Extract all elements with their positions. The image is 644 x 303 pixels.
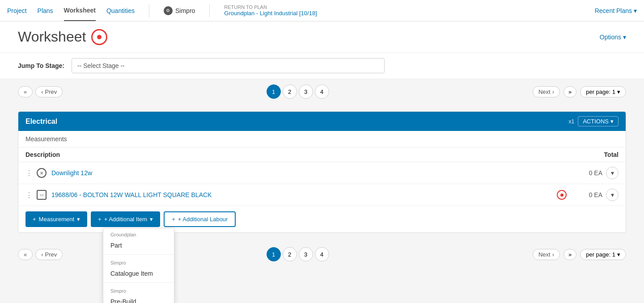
options-button[interactable]: Options ▾ bbox=[600, 34, 626, 41]
next-chevron-icon: › bbox=[552, 88, 554, 95]
additional-item-label: + Additional Item bbox=[104, 216, 147, 223]
bottom-per-page-chevron-icon: ▾ bbox=[617, 251, 620, 258]
additional-labour-button[interactable]: + + Additional Labour bbox=[164, 211, 236, 227]
return-to-plan[interactable]: RETURN TO PLAN Groundplan - Light Indust… bbox=[224, 4, 317, 17]
bottom-fast-rewind-button[interactable]: « bbox=[18, 249, 33, 260]
downlight-row-name[interactable]: Downlight 12w bbox=[51, 169, 567, 177]
drag-handle-icon[interactable]: ⋮ bbox=[25, 191, 33, 199]
record-icon bbox=[91, 29, 107, 45]
bottom-pagination-row: « ‹ Prev 1 2 3 4 Next › » per page: 1 ▾ bbox=[0, 242, 644, 267]
wall-light-row-total: 0 EA bbox=[567, 191, 602, 198]
per-page-button[interactable]: per page: 1 ▾ bbox=[580, 86, 626, 97]
pagination-right: Next › » per page: 1 ▾ bbox=[533, 86, 626, 97]
fast-rewind-button[interactable]: « bbox=[18, 86, 33, 97]
electrical-section: Electrical x1 ACTIONS ▾ Measurements Des… bbox=[18, 111, 626, 233]
description-header: Description bbox=[25, 151, 565, 158]
measurement-button[interactable]: + Measurement ▾ bbox=[25, 211, 87, 227]
downlight-expand-button[interactable]: ▾ bbox=[606, 167, 619, 179]
bottom-page-2-button[interactable]: 2 bbox=[283, 247, 297, 261]
measurement-label: Measurement bbox=[39, 216, 74, 223]
additional-item-plus-icon: + bbox=[98, 216, 102, 223]
total-header: Total bbox=[565, 151, 619, 158]
measurement-plus-icon: + bbox=[33, 216, 36, 223]
page-3-button[interactable]: 3 bbox=[299, 84, 313, 99]
measurement-chevron-icon: ▾ bbox=[77, 216, 80, 223]
per-page-chevron-icon: ▾ bbox=[617, 88, 620, 95]
table-row: ⋮ ▭ 19688/06 - BOLTON 12W WALL LIGHT SQU… bbox=[18, 184, 626, 206]
prev-chevron-icon: ‹ bbox=[41, 88, 43, 95]
prev-button[interactable]: ‹ Prev bbox=[35, 86, 63, 97]
bottom-per-page-label: per page: 1 bbox=[586, 251, 615, 258]
bottom-page-1-button[interactable]: 1 bbox=[267, 247, 281, 261]
nav-divider-2 bbox=[209, 4, 210, 17]
actions-label: ACTIONS bbox=[583, 118, 609, 125]
nav-worksheet[interactable]: Worksheet bbox=[64, 0, 96, 21]
fast-forward-button[interactable]: » bbox=[564, 86, 576, 97]
bottom-prev-chevron-icon: ‹ bbox=[41, 251, 43, 258]
additional-item-button[interactable]: + + Additional Item ▾ bbox=[91, 211, 160, 227]
stage-area: Jump To Stage: -- Select Stage -- bbox=[0, 53, 644, 79]
options-chevron-icon: ▾ bbox=[623, 34, 626, 41]
downlight-row-total: 0 EA bbox=[567, 169, 602, 177]
dropdown-section-simpro-1: Simpro bbox=[103, 257, 174, 266]
dropdown-divider bbox=[103, 254, 174, 255]
per-page-label: per page: 1 bbox=[586, 88, 615, 95]
page-header: Worksheet Options ▾ bbox=[0, 21, 644, 53]
bottom-pagination-left: « ‹ Prev bbox=[18, 249, 63, 260]
pagination-left: « ‹ Prev bbox=[18, 86, 63, 97]
content-area: Electrical x1 ACTIONS ▾ Measurements Des… bbox=[0, 111, 644, 242]
wall-light-icon: ▭ bbox=[36, 189, 47, 200]
return-link[interactable]: Groundplan - Light Industrial [10/18] bbox=[224, 10, 317, 17]
measurements-label: Measurements bbox=[18, 131, 626, 147]
dropdown-item-part[interactable]: Part bbox=[103, 238, 174, 252]
stage-label: Jump To Stage: bbox=[18, 62, 64, 69]
dropdown-item-catalogue[interactable]: Catalogue Item bbox=[103, 266, 174, 267]
recent-plans-label: Recent Plans bbox=[595, 7, 632, 14]
downlight-chevron-icon: ▾ bbox=[611, 169, 614, 177]
page-2-button[interactable]: 2 bbox=[283, 84, 297, 99]
top-navigation: Project Plans Worksheet Quantities ⚙ Sim… bbox=[0, 0, 644, 21]
section-actions: x1 ACTIONS ▾ bbox=[569, 116, 619, 126]
additional-item-chevron-icon: ▾ bbox=[150, 216, 153, 223]
drag-handle-icon[interactable]: ⋮ bbox=[25, 169, 33, 177]
nav-divider bbox=[149, 4, 149, 17]
next-button[interactable]: Next › bbox=[533, 86, 560, 97]
bottom-prev-button[interactable]: ‹ Prev bbox=[35, 249, 63, 260]
nav-quantities[interactable]: Quantities bbox=[106, 1, 135, 21]
top-pagination-row: « ‹ Prev 1 2 3 4 Next › » per page: 1 ▾ bbox=[0, 79, 644, 104]
nav-plans[interactable]: Plans bbox=[38, 1, 53, 21]
section-title: Electrical bbox=[25, 118, 57, 126]
recent-plans-button[interactable]: Recent Plans ▾ bbox=[595, 7, 637, 14]
wall-light-row-name[interactable]: 19688/06 - BOLTON 12W WALL LIGHT SQUARE … bbox=[51, 191, 553, 198]
next-label: Next bbox=[538, 88, 551, 95]
page-4-button[interactable]: 4 bbox=[315, 84, 329, 99]
x1-badge: x1 bbox=[569, 118, 575, 125]
section-header: Electrical x1 ACTIONS ▾ bbox=[18, 112, 626, 131]
bottom-next-button[interactable]: Next › bbox=[533, 249, 560, 260]
additional-item-dropdown: Groundplan Part Simpro Catalogue Item Si… bbox=[103, 228, 174, 267]
simpro-nav[interactable]: ⚙ Simpro bbox=[164, 6, 195, 15]
bottom-page-3-button[interactable]: 3 bbox=[299, 247, 313, 261]
bottom-fast-forward-button[interactable]: » bbox=[564, 249, 576, 260]
actions-chevron-icon: ▾ bbox=[610, 118, 614, 125]
additional-labour-plus-icon: + bbox=[172, 216, 175, 223]
dropdown-section-groundplan: Groundplan bbox=[103, 228, 174, 238]
page-title: Worksheet bbox=[18, 29, 86, 45]
bottom-per-page-button[interactable]: per page: 1 ▾ bbox=[580, 249, 626, 260]
return-label: RETURN TO PLAN bbox=[224, 4, 317, 10]
stage-select[interactable]: -- Select Stage -- bbox=[72, 58, 385, 73]
record-icon-sm bbox=[557, 190, 567, 200]
table-header: Description Total bbox=[18, 147, 626, 162]
bottom-page-4-button[interactable]: 4 bbox=[315, 247, 329, 261]
bottom-pagination-center: 1 2 3 4 bbox=[267, 247, 329, 261]
bottom-next-label: Next bbox=[538, 251, 551, 258]
downlight-icon bbox=[36, 168, 47, 178]
pagination-center: 1 2 3 4 bbox=[267, 84, 329, 99]
actions-button[interactable]: ACTIONS ▾ bbox=[578, 116, 619, 126]
nav-project[interactable]: Project bbox=[7, 1, 27, 21]
page-1-button[interactable]: 1 bbox=[267, 84, 281, 99]
wall-light-chevron-icon: ▾ bbox=[611, 191, 614, 198]
wall-light-expand-button[interactable]: ▾ bbox=[606, 189, 619, 201]
page-title-area: Worksheet bbox=[18, 29, 107, 45]
bottom-next-chevron-icon: › bbox=[552, 251, 554, 258]
